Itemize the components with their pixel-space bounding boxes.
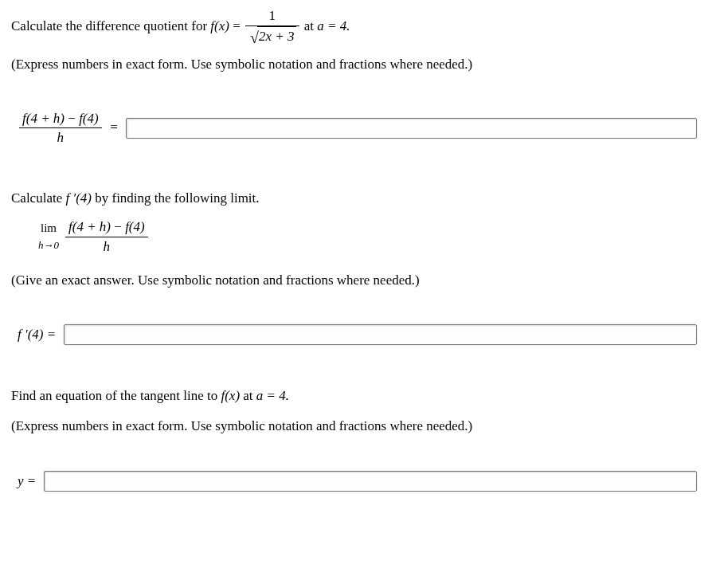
q1-frac-num: 1 xyxy=(245,6,299,26)
q2-lim-den: h xyxy=(65,237,148,257)
q2-prompt: Calculate f ′(4) by finding the followin… xyxy=(11,189,697,208)
difference-quotient-input[interactable] xyxy=(126,118,697,139)
fprime4-input[interactable] xyxy=(64,324,697,345)
q3-prompt-mid: at xyxy=(240,388,256,403)
q2-prompt-prefix: Calculate xyxy=(11,190,65,206)
q3-label: y = xyxy=(18,472,36,491)
q1-a-eq: a = 4. xyxy=(317,18,350,33)
q2-prompt-mid: by finding the following limit. xyxy=(92,190,260,206)
q3-answer-row: y = xyxy=(18,471,697,492)
q1-instructions: (Express numbers in exact form. Use symb… xyxy=(11,55,697,74)
q1-frac-den: √2x + 3 xyxy=(245,26,299,49)
q1-at-a: at xyxy=(304,18,318,33)
q3-prompt-prefix: Find an equation of the tangent line to xyxy=(11,388,221,403)
q3-a-eq: a = 4. xyxy=(256,388,289,403)
q1-prompt: Calculate the difference quotient for f(… xyxy=(11,6,697,49)
q1-dq-label: f(4 + h) − f(4) h = xyxy=(18,109,118,148)
tangent-line-input[interactable] xyxy=(44,471,697,492)
q1-dq-den: h xyxy=(19,128,102,147)
q1-equals: = xyxy=(229,18,244,33)
q3-fx: f(x) xyxy=(221,388,240,403)
q2-lim-num: f(4 + h) − f(4) xyxy=(65,218,148,237)
q3-prompt: Find an equation of the tangent line to … xyxy=(11,386,697,406)
q1-frac: 1 √2x + 3 xyxy=(245,6,299,49)
q2-lim-label: lim xyxy=(41,221,57,234)
q1-fx: f(x) xyxy=(210,18,229,33)
q1-dq-frac: f(4 + h) − f(4) h xyxy=(19,109,102,148)
q2-instructions: (Give an exact answer. Use symbolic nota… xyxy=(11,271,697,290)
q1-dq-equals: = xyxy=(110,120,118,135)
q2-answer-row: f ′(4) = xyxy=(18,324,697,345)
q2-fprime4: f ′(4) xyxy=(65,190,92,206)
q2-limit-expression: lim h→0 f(4 + h) − f(4) h xyxy=(38,218,697,257)
q2-label: f ′(4) = xyxy=(18,325,56,344)
q2-lim-cond: h→0 xyxy=(38,239,59,251)
q2-lim-frac: f(4 + h) − f(4) h xyxy=(65,218,148,257)
q2-lim-stack: lim h→0 xyxy=(38,220,59,253)
q3-instructions: (Express numbers in exact form. Use symb… xyxy=(11,417,697,436)
q1-answer-row: f(4 + h) − f(4) h = xyxy=(18,109,697,148)
q1-dq-num: f(4 + h) − f(4) xyxy=(19,109,102,129)
q1-prompt-prefix: Calculate the difference quotient for xyxy=(11,18,210,33)
